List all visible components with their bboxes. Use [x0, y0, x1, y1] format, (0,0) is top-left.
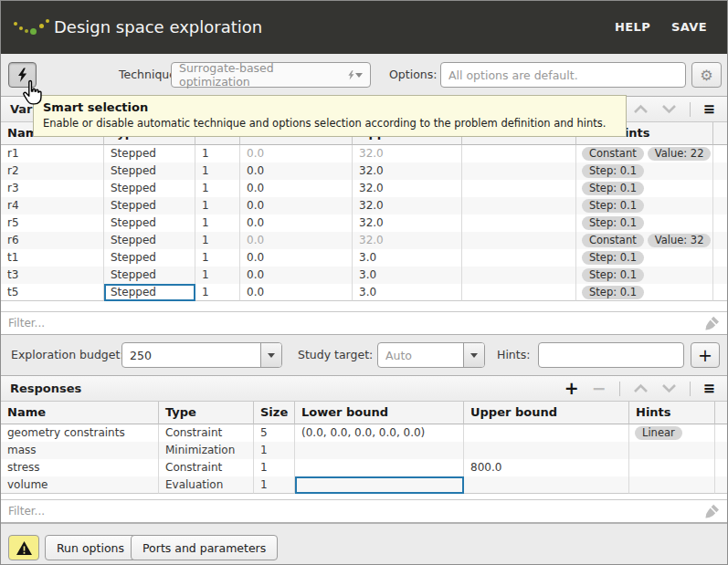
cell-hints[interactable]: Step: 0.1: [576, 197, 713, 214]
cell-lower[interactable]: [295, 442, 464, 459]
cell-size[interactable]: 1: [195, 284, 240, 301]
responses-menu-button[interactable]: ≡: [703, 382, 715, 396]
table-row[interactable]: t5Stepped10.03.0Step: 0.1: [1, 284, 727, 301]
cell-size[interactable]: 1: [195, 162, 240, 180]
cell-size[interactable]: 1: [195, 249, 240, 267]
table-row[interactable]: volumeEvaluation1: [1, 476, 727, 494]
table-row[interactable]: stressConstraint1800.0: [1, 459, 727, 476]
cell-type[interactable]: Stepped: [104, 145, 195, 162]
cell-hints[interactable]: Step: 0.1: [576, 214, 713, 232]
remove-response-button[interactable]: −: [592, 380, 607, 397]
cell-name[interactable]: r4: [1, 197, 104, 214]
cell-name[interactable]: r2: [1, 162, 104, 180]
cell-type[interactable]: Constraint: [159, 424, 254, 442]
cell-hints[interactable]: Linear: [629, 424, 715, 442]
cell-upper[interactable]: 3.0: [353, 267, 462, 284]
cell-lower[interactable]: [295, 459, 464, 476]
cell-size[interactable]: 5: [254, 424, 295, 442]
cell-type[interactable]: Stepped: [104, 214, 195, 232]
cell-lower[interactable]: 0.0: [240, 232, 353, 249]
cell-type[interactable]: Stepped: [104, 267, 195, 284]
study-target-input[interactable]: [385, 349, 456, 362]
cell-size[interactable]: 1: [195, 267, 240, 284]
clear-filter-broom-icon[interactable]: [704, 316, 720, 330]
cell-type[interactable]: Minimization: [159, 442, 254, 459]
cell-type-selected[interactable]: Stepped: [104, 284, 195, 301]
cell-hints[interactable]: Step: 0.1: [576, 162, 713, 180]
cell-name[interactable]: volume: [1, 476, 159, 494]
cell-lower[interactable]: 0.0: [240, 145, 353, 162]
cell-upper[interactable]: 32.0: [353, 232, 462, 249]
cell-upper[interactable]: [464, 476, 629, 494]
cell-upper[interactable]: [464, 424, 629, 442]
move-up-icon[interactable]: [633, 383, 649, 393]
options-field[interactable]: [440, 62, 686, 88]
run-options-button[interactable]: Run options: [45, 535, 136, 560]
responses-filter-input[interactable]: [8, 505, 704, 518]
table-row[interactable]: r2Stepped10.032.0Step: 0.1: [1, 162, 727, 180]
clear-filter-broom-icon[interactable]: [704, 504, 720, 518]
budget-dropdown-button[interactable]: [260, 343, 281, 367]
cell-lower[interactable]: 0.0: [240, 249, 353, 267]
cell-hints[interactable]: ConstantValue: 22: [576, 145, 713, 162]
save-button[interactable]: SAVE: [671, 1, 707, 54]
target-dropdown-button[interactable]: [463, 343, 484, 367]
cell-name[interactable]: mass: [1, 442, 159, 459]
cell-lower[interactable]: 0.0: [240, 214, 353, 232]
cell-type[interactable]: Stepped: [104, 249, 195, 267]
cell-upper[interactable]: 32.0: [353, 145, 462, 162]
cell-name[interactable]: r1: [1, 145, 104, 162]
cell-name[interactable]: geometry constraints: [1, 424, 159, 442]
cell-type[interactable]: Stepped: [104, 180, 195, 197]
exploration-budget-input[interactable]: [130, 349, 253, 362]
cell-upper[interactable]: 32.0: [353, 197, 462, 214]
move-down-icon[interactable]: [661, 383, 677, 393]
study-target-combo[interactable]: [377, 342, 485, 368]
cell-upper[interactable]: 32.0: [353, 214, 462, 232]
table-row[interactable]: r4Stepped10.032.0Step: 0.1: [1, 197, 727, 214]
column-header-hints[interactable]: Hints: [629, 402, 715, 424]
table-row[interactable]: t3Stepped10.03.0Step: 0.1: [1, 267, 727, 284]
table-row[interactable]: r5Stepped10.032.0Step: 0.1: [1, 214, 727, 232]
table-row[interactable]: r1Stepped10.032.0ConstantValue: 22: [1, 145, 727, 162]
table-row[interactable]: r3Stepped10.032.0Step: 0.1: [1, 180, 727, 197]
column-header-type[interactable]: Type: [159, 402, 254, 424]
move-down-icon[interactable]: [661, 104, 677, 114]
column-header-size[interactable]: Size: [254, 402, 295, 424]
options-settings-button[interactable]: ⚙: [691, 62, 722, 88]
cell-lower[interactable]: 0.0: [240, 162, 353, 180]
cell-size[interactable]: 1: [195, 197, 240, 214]
table-row[interactable]: massMinimization1: [1, 442, 727, 459]
cell-upper[interactable]: 3.0: [353, 284, 462, 301]
cell-hints[interactable]: Step: 0.1: [576, 267, 713, 284]
cell-hints[interactable]: Step: 0.1: [576, 180, 713, 197]
cell-size[interactable]: 1: [254, 442, 295, 459]
cell-type[interactable]: Evaluation: [159, 476, 254, 494]
cell-size[interactable]: 1: [195, 145, 240, 162]
cell-size[interactable]: 1: [195, 214, 240, 232]
cell-size[interactable]: 1: [195, 180, 240, 197]
cell-lower[interactable]: 0.0: [240, 284, 353, 301]
cell-upper[interactable]: [464, 442, 629, 459]
help-button[interactable]: HELP: [615, 1, 650, 54]
cell-size[interactable]: 1: [254, 476, 295, 494]
cell-upper[interactable]: 800.0: [464, 459, 629, 476]
cell-hints[interactable]: Step: 0.1: [576, 249, 713, 267]
table-row[interactable]: geometry constraintsConstraint5(0.0, 0.0…: [1, 424, 727, 442]
cell-type[interactable]: Stepped: [104, 162, 195, 180]
column-header-name[interactable]: Name: [1, 402, 159, 424]
cell-lower[interactable]: 0.0: [240, 197, 353, 214]
table-row[interactable]: r6Stepped10.032.0ConstantValue: 32: [1, 232, 727, 249]
cell-hints[interactable]: ConstantValue: 32: [576, 232, 713, 249]
variables-filter-input[interactable]: [8, 317, 704, 330]
cell-type[interactable]: Stepped: [104, 197, 195, 214]
cell-lower-selected[interactable]: [295, 476, 464, 494]
hints-input[interactable]: [546, 349, 676, 362]
cell-upper[interactable]: 32.0: [353, 180, 462, 197]
technique-dropdown[interactable]: Surrogate-based optimization: [171, 62, 371, 88]
options-input[interactable]: [448, 68, 678, 82]
cell-hints[interactable]: [629, 476, 715, 494]
cell-size[interactable]: 1: [254, 459, 295, 476]
cell-lower[interactable]: (0.0, 0.0, 0.0, 0.0, 0.0): [295, 424, 464, 442]
cell-type[interactable]: Stepped: [104, 232, 195, 249]
